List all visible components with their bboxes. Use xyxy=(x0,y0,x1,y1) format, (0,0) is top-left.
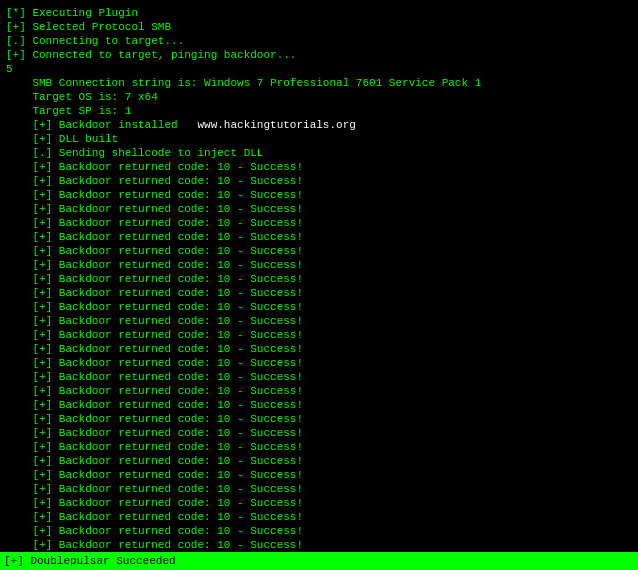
watermark-text: www.hackingtutorials.org xyxy=(197,119,355,131)
terminal-line: [+] Backdoor returned code: 10 - Success… xyxy=(6,398,632,412)
terminal-line: [.] Sending shellcode to inject DLL xyxy=(6,146,632,160)
terminal-line: [+] Backdoor returned code: 10 - Success… xyxy=(6,188,632,202)
terminal-line: [+] Backdoor returned code: 10 - Success… xyxy=(6,216,632,230)
terminal-line: [+] Backdoor installed www.hackingtutori… xyxy=(6,118,632,132)
terminal-line: Target OS is: 7 x64 xyxy=(6,90,632,104)
terminal-line: [+] Backdoor returned code: 10 - Success… xyxy=(6,482,632,496)
terminal-line: [+] Backdoor returned code: 10 - Success… xyxy=(6,370,632,384)
terminal-line: [+] Backdoor returned code: 10 - Success… xyxy=(6,440,632,454)
terminal-line: [+] Backdoor returned code: 10 - Success… xyxy=(6,342,632,356)
terminal-line: [+] Backdoor returned code: 10 - Success… xyxy=(6,272,632,286)
terminal-line: [+] Backdoor returned code: 10 - Success… xyxy=(6,468,632,482)
terminal-line: [+] Backdoor returned code: 10 - Success… xyxy=(6,524,632,538)
terminal-line: [+] Backdoor returned code: 10 - Success… xyxy=(6,384,632,398)
terminal-line: [+] Backdoor returned code: 10 - Success… xyxy=(6,412,632,426)
terminal-line: [*] Executing Plugin xyxy=(6,6,632,20)
terminal-line: 5 xyxy=(6,62,632,76)
terminal-line: [+] DLL built xyxy=(6,132,632,146)
terminal-line: [+] Backdoor returned code: 10 - Success… xyxy=(6,202,632,216)
terminal-line: [+] Backdoor returned code: 10 - Success… xyxy=(6,496,632,510)
terminal-line: [+] Backdoor returned code: 10 - Success… xyxy=(6,258,632,272)
terminal-line: [+] Backdoor returned code: 10 - Success… xyxy=(6,174,632,188)
terminal-line: [+] Backdoor returned code: 10 - Success… xyxy=(6,160,632,174)
terminal-line: [+] Backdoor returned code: 10 - Success… xyxy=(6,300,632,314)
terminal-line: [+] Connected to target, pinging backdoo… xyxy=(6,48,632,62)
terminal-line: [+] Backdoor returned code: 10 - Success… xyxy=(6,328,632,342)
terminal-line: [+] Backdoor returned code: 10 - Success… xyxy=(6,286,632,300)
terminal-line: SMB Connection string is: Windows 7 Prof… xyxy=(6,76,632,90)
terminal-window: [*] Executing Plugin[+] Selected Protoco… xyxy=(2,4,636,570)
terminal-line: Target SP is: 1 xyxy=(6,104,632,118)
terminal-line: [+] Backdoor returned code: 10 - Success… xyxy=(6,356,632,370)
status-bar: [+] Doublepulsar Succeeded xyxy=(0,552,638,570)
terminal-line: [.] Connecting to target... xyxy=(6,34,632,48)
terminal-line: [+] Backdoor returned code: 10 - Success… xyxy=(6,538,632,552)
terminal-line: [+] Backdoor returned code: 10 - Success… xyxy=(6,314,632,328)
terminal-line: [+] Backdoor returned code: 10 - Success… xyxy=(6,454,632,468)
terminal-line: [+] Backdoor returned code: 10 - Success… xyxy=(6,244,632,258)
terminal-line: [+] Backdoor returned code: 10 - Success… xyxy=(6,510,632,524)
terminal-line: [+] Backdoor returned code: 10 - Success… xyxy=(6,230,632,244)
terminal-line: [+] Backdoor returned code: 10 - Success… xyxy=(6,426,632,440)
terminal-line: [+] Selected Protocol SMB xyxy=(6,20,632,34)
